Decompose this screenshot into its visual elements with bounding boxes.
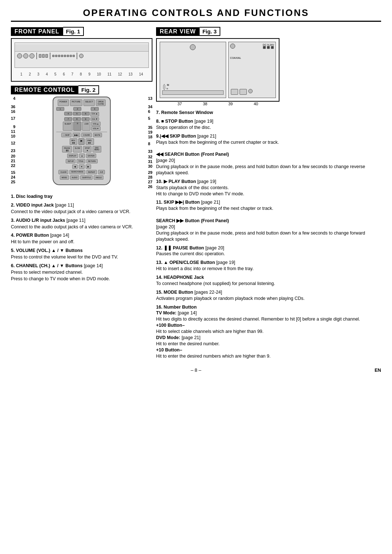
num-3[interactable]: 3 [91, 107, 99, 111]
skip-back-btn[interactable]: ←SKIP [61, 133, 72, 137]
audio-btn[interactable]: AUDIO [70, 175, 79, 180]
page-footer: – 8 – EN [11, 367, 381, 373]
num-7[interactable]: 7 [64, 117, 72, 121]
left-label-11: 11 [11, 130, 15, 134]
desc-6: 6. CHANNEL (CH.) ▲ / ▼ Buttons [page 14]… [11, 262, 152, 282]
desc-14: 14. HEADPHONE Jack To connect headphone … [156, 274, 381, 287]
right-label-31: 31 [148, 160, 152, 164]
desc-4: 4. POWER Button [page 14] Hit to turn th… [11, 232, 152, 245]
fwd-btn[interactable]: FWD.▶▶ [86, 138, 94, 145]
right-label-35: 35 [148, 126, 152, 130]
num-8[interactable]: 8 [73, 117, 81, 121]
right-label-34: 34 [148, 105, 152, 109]
rear-view-numbers: 37 38 39 40 [156, 102, 279, 106]
mode-btn[interactable]: MODE [60, 175, 69, 180]
rear-view-label: REAR VIEW [156, 27, 200, 36]
sleep-btn[interactable]: SLEEP [63, 122, 73, 131]
desc-9: 9.|◀◀ SKIP Button [page 21] Plays back f… [156, 133, 381, 176]
remote-right-labels: 13 34 6 5 35 19 18 8 33 32 31 30 29 28 2… [146, 97, 152, 189]
right-label-8: 8 [148, 142, 150, 146]
desc-15: 15. MODE Button [pages 22-24] Activates … [156, 289, 381, 302]
num-2[interactable]: 2 [73, 107, 81, 111]
ab-btn[interactable]: A-B [98, 170, 105, 174]
front-panel-fig: Fig. 1 [63, 27, 84, 36]
rear-num-37: 37 [177, 102, 182, 106]
vol-down-btn[interactable]: VOL▼ [91, 126, 101, 131]
rear-left-box: △ ≋ ▽ ≈ [160, 42, 226, 98]
num-6[interactable]: 6 [82, 112, 90, 115]
nav-down-btn[interactable]: ▼ [79, 164, 84, 169]
remote-control-fig: Fig. 2 [78, 85, 99, 94]
right-label-5: 5 [148, 117, 150, 121]
remote-left-labels: 4 36 16 17 9 11 10 12 23 20 21 22 15 24 … [11, 97, 17, 184]
nav-left-btn[interactable]: ◀ [72, 164, 78, 169]
left-label-15: 15 [11, 171, 15, 175]
desc-13: 13. ▲ OPEN/CLOSE Button [page 19] Hit to… [156, 260, 381, 272]
open-close-btn[interactable]: OPEN/CLOSE [96, 99, 106, 106]
right-label-28: 28 [148, 175, 152, 179]
front-panel-label: FRONT PANEL [11, 27, 63, 36]
picture-btn[interactable]: PICTURE [70, 99, 82, 106]
pause-btn[interactable]: PAUSE❚❚ [62, 146, 72, 152]
power-btn[interactable]: POWER [58, 99, 69, 106]
remote-body: POWER PICTURE SELECT OPEN/CLOSE 1 2 3 4 [53, 97, 111, 185]
right-label-13: 13 [148, 97, 152, 101]
subtitle-btn[interactable]: SUBTITLE [80, 175, 93, 180]
desc-10: 10. ▶ PLAY Button [page 19] Starts playb… [156, 179, 381, 197]
clear-btn[interactable]: CLEAR [58, 170, 68, 174]
num-1[interactable]: 1 [56, 107, 64, 111]
display-btn[interactable]: DISPLAY [67, 154, 78, 158]
plus100-btn[interactable]: +100 [82, 122, 90, 131]
front-panel-header: FRONT PANEL Fig. 1 [11, 27, 152, 36]
skip-fwd-btn[interactable]: ▶▶| [73, 133, 80, 137]
rear-view-header: REAR VIEW Fig. 3 [156, 27, 381, 36]
front-panel-diagram: 1234567 891011121314 [11, 38, 152, 82]
stop-btn[interactable]: STOP■ [83, 146, 92, 152]
vol-up-btn[interactable]: VOL▲ [91, 122, 101, 126]
left-label-24: 24 [11, 175, 15, 179]
left-label-9: 9 [13, 125, 15, 129]
ch-down-btn[interactable]: CH.▼ [90, 117, 99, 121]
rear-num-40: 40 [254, 102, 258, 106]
right-label-32: 32 [148, 155, 152, 159]
left-label-12: 12 [11, 141, 15, 145]
left-label-25: 25 [11, 180, 15, 184]
nav-right-btn[interactable]: ▶ [86, 164, 91, 169]
repeat-btn[interactable]: REPEAT [86, 170, 97, 174]
num-5[interactable]: 5 [73, 112, 81, 115]
right-label-27: 27 [148, 180, 152, 184]
slow-btn[interactable]: SLOW [73, 146, 82, 152]
rev-btn[interactable]: REV.◀◀ [70, 138, 77, 145]
nav-up-btn[interactable]: ▲ [79, 154, 85, 158]
right-descriptions: 7. Remote Sensor Window 8. ■ STOP Button… [156, 110, 381, 359]
select-btn[interactable]: SELECT [83, 99, 95, 106]
right-label-33: 33 [148, 150, 152, 154]
mute-btn[interactable]: MUTE [93, 133, 102, 137]
right-label-30: 30 [148, 164, 152, 168]
left-label-23: 23 [11, 149, 15, 153]
desc-16: 16. Number Button TV Mode: [page 14] Hit… [156, 304, 381, 359]
left-label-4: 4 [13, 97, 15, 101]
num-9[interactable]: 9 [82, 117, 90, 121]
ch-up-btn[interactable]: CH.▲ [90, 112, 99, 117]
enter-btn[interactable]: ENTER [86, 154, 97, 158]
num-4[interactable]: 4 [64, 112, 72, 115]
rear-num-39: 39 [228, 102, 233, 106]
disc-menu-btn[interactable]: DISCMENU [93, 146, 101, 152]
desc-2: 2. VIDEO input Jack [page 11] Connect to… [11, 202, 152, 215]
remote-control-label: REMOTE CONTROL [11, 86, 78, 94]
return-btn[interactable]: RETURN [86, 159, 98, 163]
num-0[interactable]: 0 [73, 122, 81, 131]
play-btn[interactable]: ▶ [78, 138, 85, 145]
search-mode-btn[interactable]: SEARCH MODE [69, 170, 85, 174]
vsurr-btn[interactable]: V.SURR [81, 133, 91, 137]
desc-12: 12. ❚❚ PAUSE Button [page 20] Pauses the… [156, 245, 381, 257]
left-descriptions: 1. Disc loading tray 2. VIDEO input Jack… [11, 193, 152, 282]
rear-view-section: REAR VIEW Fig. 3 △ ≋ ▽ ≈ [156, 27, 381, 106]
desc-1: 1. Disc loading tray [11, 193, 152, 200]
setup-btn[interactable]: SETUP [66, 159, 75, 163]
angle-btn[interactable]: ANGLE [94, 175, 103, 180]
right-label-29: 29 [148, 171, 152, 175]
remote-diagram-wrapper: 4 36 16 17 9 11 10 12 23 20 21 22 15 24 … [11, 97, 152, 189]
title-btn[interactable]: TITLE [77, 159, 85, 163]
